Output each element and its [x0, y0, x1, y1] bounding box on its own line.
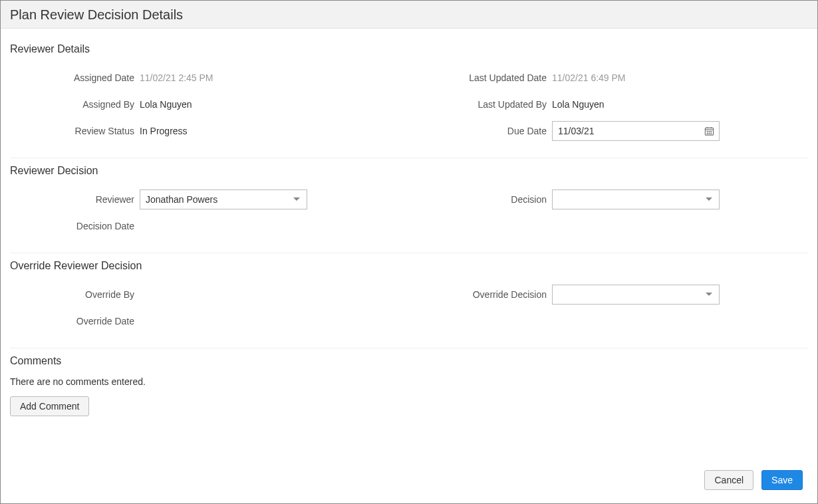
decision-date-label: Decision Date — [10, 221, 140, 231]
comments-title: Comments — [10, 355, 808, 367]
last-updated-by-row: Last Updated By Lola Nguyen — [422, 91, 808, 118]
override-decision-label: Override Decision — [422, 289, 552, 300]
last-updated-by-label: Last Updated By — [422, 99, 552, 110]
comments-section: Comments There are no comments entered. … — [10, 348, 808, 416]
review-status-label: Review Status — [10, 126, 140, 136]
chevron-down-icon — [706, 197, 712, 201]
override-section: Override Reviewer Decision Override By O… — [10, 253, 808, 348]
override-title: Override Reviewer Decision — [10, 260, 808, 272]
reviewer-row: Reviewer Jonathan Powers — [10, 186, 396, 213]
decision-label: Decision — [422, 194, 552, 205]
due-date-input[interactable] — [552, 121, 720, 141]
override-by-row: Override By — [10, 281, 396, 308]
assigned-by-value: Lola Nguyen — [140, 99, 192, 110]
content-area: Reviewer Details Assigned Date 11/02/21 … — [1, 29, 817, 462]
override-date-row: Override Date — [10, 308, 396, 334]
last-updated-date-row: Last Updated Date 11/02/21 6:49 PM — [422, 64, 808, 91]
override-decision-select[interactable] — [552, 285, 720, 305]
decision-row: Decision — [422, 186, 808, 213]
reviewer-decision-section: Reviewer Decision Reviewer Jonathan Powe… — [10, 158, 808, 253]
due-date-input-wrapper[interactable] — [552, 121, 720, 141]
due-date-row: Due Date — [422, 118, 808, 144]
reviewer-decision-title: Reviewer Decision — [10, 165, 808, 177]
override-date-label: Override Date — [10, 316, 140, 326]
assigned-date-label: Assigned Date — [10, 72, 140, 83]
reviewer-details-title: Reviewer Details — [10, 43, 808, 55]
no-comments-text: There are no comments entered. — [10, 376, 808, 387]
decision-select[interactable] — [552, 189, 720, 209]
reviewer-select-value: Jonathan Powers — [146, 194, 217, 205]
last-updated-date-value: 11/02/21 6:49 PM — [552, 72, 626, 83]
last-updated-date-label: Last Updated Date — [422, 72, 552, 83]
reviewer-select[interactable]: Jonathan Powers — [140, 189, 307, 209]
reviewer-label: Reviewer — [10, 194, 140, 205]
chevron-down-icon — [293, 197, 300, 201]
assigned-by-label: Assigned By — [10, 99, 140, 110]
footer-actions: Cancel Save — [1, 462, 817, 503]
chevron-down-icon — [706, 293, 712, 297]
decision-date-row: Decision Date — [10, 213, 396, 239]
assigned-by-row: Assigned By Lola Nguyen — [10, 91, 396, 118]
add-comment-button[interactable]: Add Comment — [10, 396, 89, 416]
override-by-label: Override By — [10, 289, 140, 300]
last-updated-by-value: Lola Nguyen — [552, 99, 605, 110]
save-button[interactable]: Save — [761, 470, 803, 490]
review-status-value: In Progress — [140, 126, 188, 136]
reviewer-details-section: Reviewer Details Assigned Date 11/02/21 … — [10, 37, 808, 158]
cancel-button[interactable]: Cancel — [704, 470, 753, 490]
assigned-date-row: Assigned Date 11/02/21 2:45 PM — [10, 64, 396, 91]
due-date-label: Due Date — [422, 126, 552, 136]
assigned-date-value: 11/02/21 2:45 PM — [140, 72, 213, 83]
review-status-row: Review Status In Progress — [10, 118, 396, 144]
dialog-window: Plan Review Decision Details Reviewer De… — [0, 0, 818, 504]
override-decision-row: Override Decision — [422, 281, 808, 308]
page-title: Plan Review Decision Details — [1, 1, 817, 29]
